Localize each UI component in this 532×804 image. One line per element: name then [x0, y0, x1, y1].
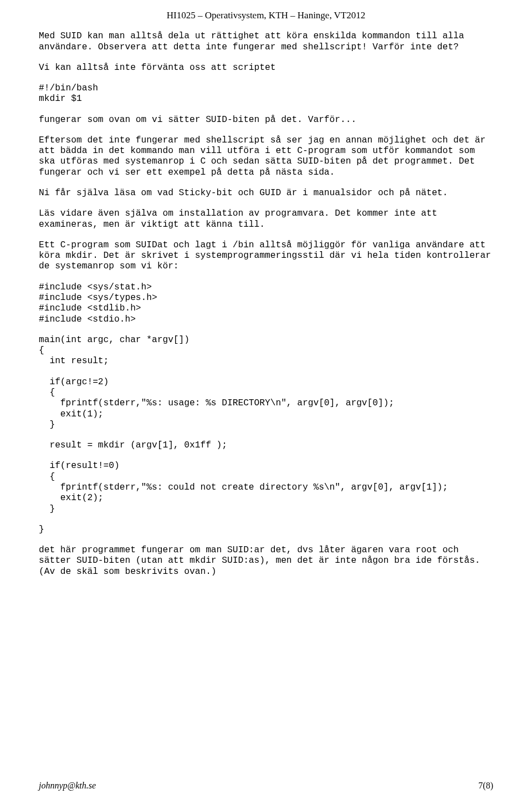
page: HI1025 – Operativsystem, KTH – Haninge, …	[0, 0, 532, 804]
footer-page-number: 7(8)	[478, 780, 493, 791]
page-footer: johnnyp@kth.se 7(8)	[39, 780, 493, 791]
paragraph-2: Vi kan alltså inte förvänta oss att scri…	[39, 63, 493, 73]
paragraph-7: Läs vidare även själva om installation a…	[39, 208, 493, 230]
paragraph-6: Ni får själva läsa om vad Sticky-bit och…	[39, 188, 493, 199]
paragraph-5: Eftersom det inte fungerar med shellscri…	[39, 135, 493, 178]
code-includes: #include <sys/stat.h> #include <sys/type…	[39, 282, 493, 325]
code-argc-check: if(argc!=2) { fprintf(stderr,"%s: usage:…	[39, 377, 493, 430]
code-result-check: if(result!=0) { fprintf(stderr,"%s: coul…	[39, 461, 493, 514]
footer-email: johnnyp@kth.se	[39, 780, 96, 791]
code-main-open: main(int argc, char *argv[]) { int resul…	[39, 335, 493, 367]
paragraph-9: det här programmet fungerar om man SUID:…	[39, 545, 493, 577]
paragraph-intro: Med SUID kan man alltså dela ut rättighe…	[39, 31, 493, 53]
page-header: HI1025 – Operativsystem, KTH – Haninge, …	[39, 10, 493, 21]
code-mkdir-call: result = mkdir (argv[1], 0x1ff );	[39, 440, 493, 451]
code-shellscript: #!/bin/bash mkdir $1	[39, 83, 493, 105]
paragraph-8: Ett C-program som SUIDat och lagt i /bin…	[39, 240, 493, 272]
paragraph-4: fungerar som ovan om vi sätter SUID-bite…	[39, 115, 493, 125]
code-close-brace: }	[39, 525, 493, 535]
